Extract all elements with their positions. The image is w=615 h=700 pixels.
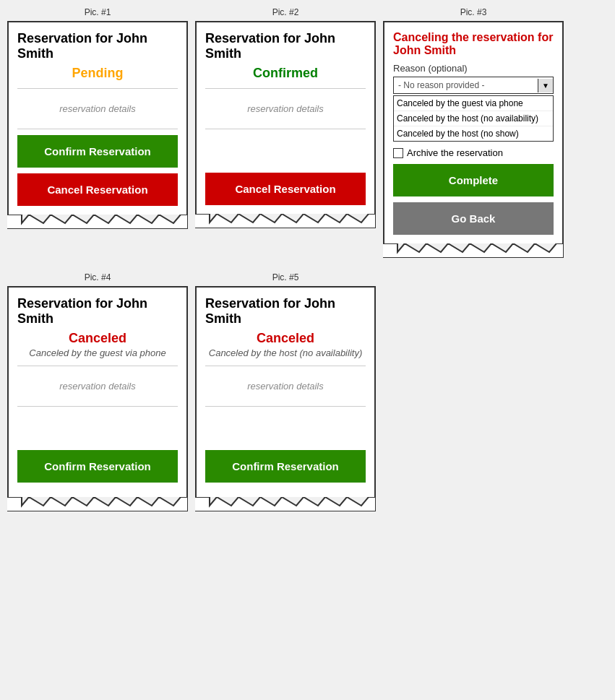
pic-4-reason: Canceled by the guest via phone xyxy=(17,347,178,358)
reason-option-2[interactable]: Canceled by the host (no show) xyxy=(394,126,553,141)
pic-5-torn-edge xyxy=(195,497,376,511)
pic-3-title: Canceling the reservation for John Smith xyxy=(393,31,554,57)
pic-1-title: Reservation for John Smith xyxy=(17,31,178,61)
pic-3-dropdown-arrow: ▼ xyxy=(538,79,553,92)
archive-row: Archive the reservation xyxy=(393,147,554,158)
row-2: Pic. #4 Reservation for John Smith Cance… xyxy=(7,272,608,511)
pic-5-card: Reservation for John Smith Canceled Canc… xyxy=(195,286,376,497)
pic-4-title: Reservation for John Smith xyxy=(17,296,178,327)
pic-1-cancel-button[interactable]: Cancel Reservation xyxy=(17,173,178,206)
pic-4-torn-edge xyxy=(7,497,188,511)
pic-2-torn-edge xyxy=(195,214,376,228)
pic-1-label: Pic. #1 xyxy=(85,7,111,17)
pic-3-reason-select[interactable]: - No reason provided - ▼ xyxy=(393,77,554,94)
pic-1-status: Pending xyxy=(17,66,178,81)
pic-5-confirm-button[interactable]: Confirm Reservation xyxy=(205,450,366,483)
pic-3-card: Canceling the reservation for John Smith… xyxy=(383,21,564,243)
pic-2-status: Confirmed xyxy=(205,66,366,81)
pic-4-confirm-button[interactable]: Confirm Reservation xyxy=(17,450,178,483)
reason-option-1[interactable]: Canceled by the host (no availability) xyxy=(394,111,553,126)
pic-4-details: reservation details xyxy=(17,381,178,392)
pic-3-container: Pic. #3 Canceling the reservation for Jo… xyxy=(383,7,564,258)
pic-2-container: Pic. #2 Reservation for John Smith Confi… xyxy=(195,7,376,258)
pic-2-title: Reservation for John Smith xyxy=(205,31,366,61)
archive-checkbox[interactable] xyxy=(393,148,403,158)
pic-5-status: Canceled xyxy=(205,331,366,346)
pic-4-label: Pic. #4 xyxy=(85,272,111,282)
pic-2-details: reservation details xyxy=(205,103,366,114)
pic-1-card: Reservation for John Smith Pending reser… xyxy=(7,21,188,215)
pic-5-title: Reservation for John Smith xyxy=(205,296,366,327)
pic-4-container: Pic. #4 Reservation for John Smith Cance… xyxy=(7,272,188,511)
pic-3-goback-button[interactable]: Go Back xyxy=(393,202,554,235)
pic-3-reason-placeholder: - No reason provided - xyxy=(394,77,538,93)
pic-1-torn-edge xyxy=(7,215,188,229)
pic-3-label: Pic. #3 xyxy=(460,7,487,17)
pic-3-reason-options: Canceled by the guest via phone Canceled… xyxy=(393,95,554,142)
pic-4-status: Canceled xyxy=(17,331,178,346)
pic-4-card: Reservation for John Smith Canceled Canc… xyxy=(7,286,188,497)
pic-1-confirm-button[interactable]: Confirm Reservation xyxy=(17,135,178,168)
pic-2-cancel-button[interactable]: Cancel Reservation xyxy=(205,173,366,205)
reason-option-0[interactable]: Canceled by the guest via phone xyxy=(394,96,553,111)
pic-2-label: Pic. #2 xyxy=(272,7,299,17)
pic-3-reason-label: Reason (optional) xyxy=(393,63,554,74)
pic-2-card: Reservation for John Smith Confirmed res… xyxy=(195,21,376,214)
pic-1-details: reservation details xyxy=(17,103,178,114)
pic-1-container: Pic. #1 Reservation for John Smith Pendi… xyxy=(7,7,188,258)
row-1: Pic. #1 Reservation for John Smith Pendi… xyxy=(7,7,608,258)
pic-3-torn-edge xyxy=(383,243,564,258)
pic-5-label: Pic. #5 xyxy=(272,272,299,282)
pic-5-reason: Canceled by the host (no availability) xyxy=(205,347,366,358)
archive-label: Archive the reservation xyxy=(407,147,503,158)
pic-5-container: Pic. #5 Reservation for John Smith Cance… xyxy=(195,272,376,511)
pic-5-details: reservation details xyxy=(205,381,366,392)
pic-3-complete-button[interactable]: Complete xyxy=(393,164,554,196)
